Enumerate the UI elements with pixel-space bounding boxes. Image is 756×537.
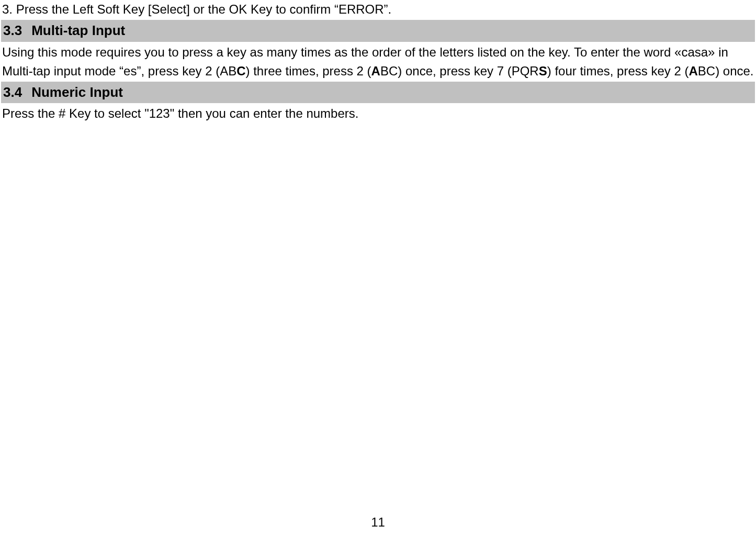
page-number: 11 xyxy=(371,513,385,532)
section-3-4-paragraph: Press the # Key to select "123" then you… xyxy=(1,104,755,123)
text-run: BC) once. xyxy=(698,64,754,78)
bold-letter: A xyxy=(371,64,380,78)
instruction-line: 3. Press the Left Soft Key [Select] or t… xyxy=(1,0,755,19)
section-heading-3-4: 3.4Numeric Input xyxy=(1,82,755,104)
section-title: Numeric Input xyxy=(31,84,123,100)
text-run: ) four times, press key 2 ( xyxy=(547,64,689,78)
section-heading-3-3: 3.3Multi-tap Input xyxy=(1,20,755,42)
text-run: BC) once, press key 7 (PQR xyxy=(380,64,539,78)
bold-letter: C xyxy=(236,64,245,78)
text-run: ) three times, press 2 ( xyxy=(246,64,371,78)
section-number: 3.3 xyxy=(3,21,22,41)
section-title: Multi-tap Input xyxy=(31,23,125,38)
bold-letter: S xyxy=(539,64,547,78)
bold-letter: A xyxy=(689,64,697,78)
section-number: 3.4 xyxy=(3,83,22,103)
section-3-3-paragraph: Using this mode requires you to press a … xyxy=(1,43,755,81)
